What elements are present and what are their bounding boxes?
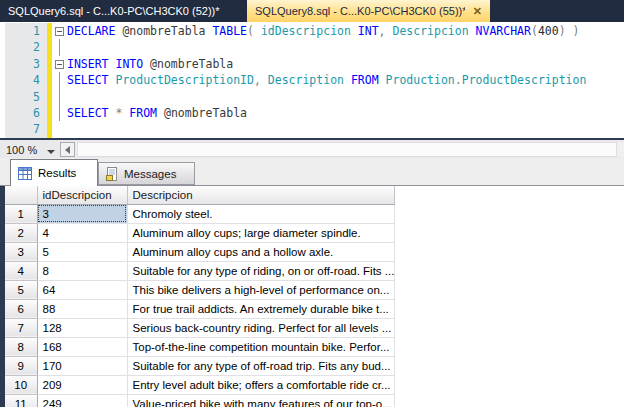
cell-descripcion[interactable]: Entry level adult bike; offers a comfort…: [127, 375, 395, 394]
code-line[interactable]: 4SELECT ProductDescriptionID, Descriptio…: [5, 72, 624, 88]
code-token: ,: [379, 24, 393, 38]
fold-region-line: [59, 72, 60, 88]
code-line[interactable]: 1DECLARE @nombreTabla TABLE( idDescripci…: [5, 23, 624, 39]
cell-iddescripcion[interactable]: 88: [37, 299, 127, 318]
cell-iddescripcion[interactable]: 170: [37, 356, 127, 375]
horizontal-scrollbar[interactable]: [76, 142, 624, 157]
row-header[interactable]: 5: [5, 280, 37, 299]
code-line[interactable]: 7: [5, 121, 624, 137]
row-header[interactable]: 3: [5, 242, 37, 261]
cell-iddescripcion[interactable]: 128: [37, 318, 127, 337]
fold-margin: [52, 105, 67, 121]
tab-messages[interactable]: Messages: [98, 162, 195, 185]
table-row: 35Aluminum alloy cups and a hollow axle.: [5, 242, 395, 261]
code-token: (: [247, 24, 261, 38]
results-tab-strip: Results Messages: [0, 158, 624, 186]
document-tab-bar: SQLQuery6.sql - C...K0-PC\CH3CK0 (52))* …: [0, 0, 624, 22]
fold-collapse-icon[interactable]: [55, 27, 64, 36]
table-row: 564This bike delivers a high-level of pe…: [5, 280, 395, 299]
zoom-level-combo[interactable]: 100 %: [3, 142, 55, 158]
cell-iddescripcion[interactable]: 168: [37, 337, 127, 356]
row-header[interactable]: 10: [5, 375, 37, 394]
grid-corner-cell[interactable]: [5, 186, 37, 204]
cell-descripcion[interactable]: Suitable for any type of off-road trip. …: [127, 356, 395, 375]
cell-descripcion[interactable]: Aluminum alloy cups; large diameter spin…: [127, 223, 395, 242]
code-token: *: [109, 106, 123, 120]
table-row: 7128Serious back-country riding. Perfect…: [5, 318, 395, 337]
code-token: NVARCHAR: [469, 24, 531, 38]
cell-descripcion[interactable]: Top-of-the-line competition mountain bik…: [127, 337, 395, 356]
line-number: 6: [5, 105, 47, 121]
code-text: INSERT INTO @nombreTabla: [67, 56, 233, 72]
cell-descripcion[interactable]: Chromoly steel.: [127, 204, 395, 223]
cell-descripcion[interactable]: For true trail addicts. An extremely dur…: [127, 299, 395, 318]
code-token: Descripcion: [392, 24, 468, 38]
row-header[interactable]: 9: [5, 356, 37, 375]
code-token: TABLE: [205, 24, 247, 38]
code-token: INT: [351, 24, 379, 38]
code-token: Production: [379, 73, 455, 87]
cell-descripcion[interactable]: This bike delivers a high-level of perfo…: [127, 280, 395, 299]
fold-margin: [52, 72, 67, 88]
close-icon[interactable]: ✕: [473, 1, 482, 21]
row-header[interactable]: 11: [5, 394, 37, 407]
line-number: 3: [5, 56, 47, 72]
row-header[interactable]: 2: [5, 223, 37, 242]
cell-descripcion[interactable]: Suitable for any type of riding, on or o…: [127, 261, 395, 280]
line-number: 1: [5, 23, 47, 39]
code-token: INSERT INTO: [67, 57, 143, 71]
code-token: ProductDescription: [462, 73, 587, 87]
code-line[interactable]: 6SELECT * FROM @nombreTabla: [5, 105, 624, 121]
cell-iddescripcion[interactable]: 209: [37, 375, 127, 394]
fold-collapse-icon[interactable]: [55, 60, 64, 69]
cell-iddescripcion[interactable]: 3: [37, 204, 127, 223]
cell-iddescripcion[interactable]: 5: [37, 242, 127, 261]
row-header[interactable]: 1: [5, 204, 37, 223]
tab-sqlquery6[interactable]: SQLQuery6.sql - C...K0-PC\CH3CK0 (52))*: [0, 0, 230, 22]
table-row: 24Aluminum alloy cups; large diameter sp…: [5, 223, 395, 242]
left-arrow-icon: [65, 146, 70, 154]
cell-iddescripcion[interactable]: 249: [37, 394, 127, 407]
row-header[interactable]: 6: [5, 299, 37, 318]
tab-results[interactable]: Results: [10, 159, 98, 186]
row-header[interactable]: 8: [5, 337, 37, 356]
code-line[interactable]: 2: [5, 39, 624, 55]
code-token: Description: [261, 73, 344, 87]
cell-descripcion[interactable]: Serious back-country riding. Perfect for…: [127, 318, 395, 337]
cell-descripcion[interactable]: Value-priced bike with many features of …: [127, 394, 395, 407]
code-token: SELECT: [67, 73, 109, 87]
code-token: FROM: [344, 73, 379, 87]
scrollbar-thumb[interactable]: [77, 142, 617, 157]
cell-descripcion[interactable]: Aluminum alloy cups and a hollow axle.: [127, 242, 395, 261]
code-token: @nombreTabla: [157, 106, 247, 120]
row-header[interactable]: 4: [5, 261, 37, 280]
code-token: SELECT: [67, 106, 109, 120]
code-text: DECLARE @nombreTabla TABLE( idDescripcio…: [67, 23, 579, 39]
table-row: 10209Entry level adult bike; offers a co…: [5, 375, 395, 394]
code-line[interactable]: 3INSERT INTO @nombreTabla: [5, 56, 624, 72]
table-row: 688For true trail addicts. An extremely …: [5, 299, 395, 318]
code-line[interactable]: 5: [5, 89, 624, 105]
fold-margin: [52, 56, 67, 72]
cell-iddescripcion[interactable]: 8: [37, 261, 127, 280]
code-token: (: [531, 24, 538, 38]
column-header-descripcion[interactable]: Descripcion: [127, 186, 395, 204]
fold-region-line: [59, 39, 60, 55]
scroll-left-button[interactable]: [60, 142, 75, 157]
fold-margin: [52, 23, 67, 39]
cell-iddescripcion[interactable]: 4: [37, 223, 127, 242]
cell-iddescripcion[interactable]: 64: [37, 280, 127, 299]
tab-sqlquery8[interactable]: SQLQuery8.sql - C...K0-PC\CH3CK0 (55))* …: [247, 0, 490, 22]
code-token: .: [455, 73, 462, 87]
zoom-level-value: 100 %: [6, 144, 37, 156]
column-header-iddescripcion[interactable]: idDescripcion: [37, 186, 127, 204]
line-number: 2: [5, 39, 47, 55]
code-token: @nombreTabla: [143, 57, 233, 71]
results-grid[interactable]: idDescripcion Descripcion 13Chromoly ste…: [5, 186, 624, 407]
table-row: 9170Suitable for any type of off-road tr…: [5, 356, 395, 375]
row-header[interactable]: 7: [5, 318, 37, 337]
code-text: SELECT ProductDescriptionID, Description…: [67, 72, 586, 88]
fold-margin: [52, 89, 67, 105]
code-token: 400: [538, 24, 559, 38]
chevron-down-icon[interactable]: [47, 150, 55, 154]
